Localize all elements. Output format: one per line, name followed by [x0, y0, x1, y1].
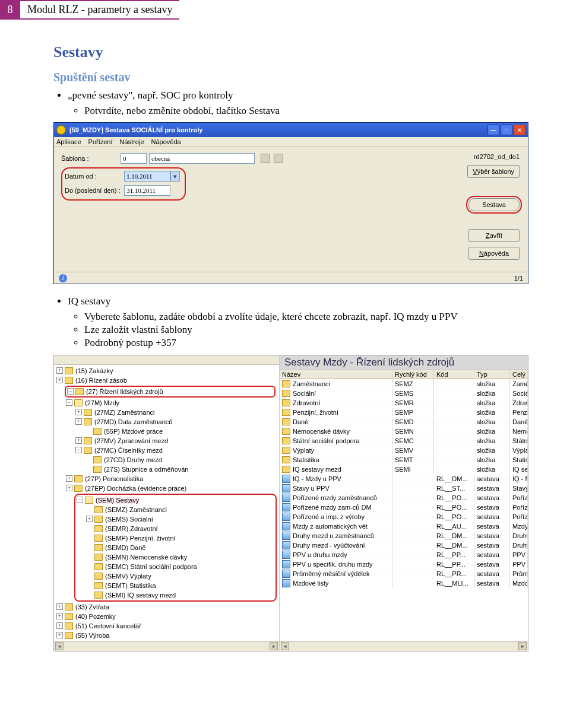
tree-item[interactable]: −(27) Řízení lidských zdrojů — [67, 387, 273, 396]
expand-icon[interactable]: + — [75, 409, 82, 415]
vyber-sablony-button[interactable]: Výběr šablony — [467, 165, 520, 178]
tree-item[interactable]: (SEMV) Výplaty — [86, 571, 274, 581]
tree-item[interactable]: +(27P) Personalistika — [66, 474, 279, 484]
list-row[interactable]: Pořízené a imp. z výrobyRL__PO...sestava… — [280, 512, 528, 522]
napoveda-button[interactable]: Nápověda — [468, 247, 520, 260]
tree-body[interactable]: +(15) Zakázky+(16) Řízení zásob−(27) Říz… — [54, 365, 279, 651]
input-sablona-name[interactable] — [149, 153, 255, 164]
info-icon[interactable]: i — [59, 274, 67, 282]
chevron-down-icon[interactable]: ▾ — [170, 171, 180, 182]
list-row[interactable]: ZdravotníSEMRsložkaZdravotní — [280, 398, 528, 408]
expand-icon[interactable]: + — [56, 613, 63, 619]
sestava-button[interactable]: Sestava — [468, 198, 520, 211]
list-row[interactable]: Průměrný měsíční výdělekRL__PR...sestava… — [280, 569, 528, 578]
list-row[interactable]: IQ sestavy mezdSEMIsložkaIQ sestavy mezd — [280, 465, 528, 474]
col-kod[interactable]: Kód — [434, 370, 474, 379]
menu-napoveda[interactable]: Nápověda — [151, 138, 181, 145]
list-row[interactable]: Mzdové listyRL__MLI...sestavaMzdové list… — [280, 578, 528, 588]
tree-scrollbar[interactable]: ◂ ▸ — [54, 641, 279, 651]
input-datum-do[interactable] — [124, 185, 170, 196]
list-row[interactable]: Pořízené mzdy zaměstnancůRL__PO...sestav… — [280, 493, 528, 503]
tree-item[interactable]: (SEMD) Daně — [86, 543, 274, 552]
close-button[interactable]: × — [514, 125, 525, 135]
list-row[interactable]: StatistikaSEMTsložkaStatistika — [280, 455, 528, 465]
tree-item[interactable]: +(27MD) Data zaměstnanců — [75, 417, 279, 427]
tree-item[interactable]: −(27M) Mzdy — [66, 398, 279, 408]
list-row[interactable]: Druhy mezd u zaměstnancůRL__DM...sestava… — [280, 531, 528, 541]
list-row[interactable]: IQ - Mzdy u PPVRL__DM...sestavaIQ - Mzdy… — [280, 474, 528, 484]
collapse-icon[interactable]: − — [75, 447, 82, 453]
tree-item[interactable]: −(SEM) Sestavy — [77, 495, 274, 505]
list-row[interactable]: SociálníSEMSsložkaSociální — [280, 389, 528, 398]
tree-item[interactable]: (SEMR) Zdravotní — [86, 524, 274, 533]
tree-item[interactable]: +(15) Zakázky — [56, 366, 279, 376]
list-row[interactable]: ZaměstnanciSEMZsložkaZaměstnanci — [280, 379, 528, 389]
tree-item[interactable]: (SEMZ) Zaměstnanci — [86, 505, 274, 514]
tree-item[interactable]: +(27MV) Zpracování mezd — [75, 436, 279, 446]
list-row[interactable]: Penzijní, životníSEMPsložkaPenzijní, živ… — [280, 408, 528, 417]
input-sablona-code[interactable] — [121, 153, 147, 164]
expand-icon[interactable]: + — [66, 485, 72, 491]
list-row[interactable]: Mzdy z automatických větRL__AU...sestava… — [280, 522, 528, 531]
expand-icon[interactable]: + — [56, 367, 63, 374]
titlebar[interactable]: [59_MZDY] Sestava SOCIÁLNÍ pro kontroly … — [54, 123, 528, 137]
tree-item[interactable]: (27S) Stupnice a odměňován — [85, 465, 279, 474]
list-row[interactable]: VýplatySEMVsložkaVýplaty — [280, 446, 528, 455]
tree-item[interactable]: +(16) Řízení zásob — [56, 376, 279, 385]
scroll-left-icon[interactable]: ◂ — [55, 642, 64, 650]
tree-item[interactable]: +(SEMS) Sociální — [86, 514, 274, 524]
tree-item[interactable]: +(55) Výroba — [56, 631, 279, 640]
tree-item[interactable]: (SEMT) Statistika — [86, 581, 274, 590]
col-typ[interactable]: Typ — [474, 370, 510, 379]
input-datum-od[interactable] — [124, 171, 170, 182]
list-scroll-left-icon[interactable]: ◂ — [281, 642, 289, 650]
list-scroll-right-icon[interactable]: ▸ — [518, 642, 527, 650]
expand-icon[interactable]: + — [56, 377, 63, 383]
expand-icon[interactable]: + — [66, 475, 72, 482]
collapse-icon[interactable]: − — [67, 388, 74, 395]
tree-item[interactable]: (55P) Mzdové práce — [85, 427, 279, 436]
minimize-button[interactable]: — — [487, 125, 499, 135]
tree-item[interactable]: (SEMN) Nemocenské dávky — [86, 552, 274, 562]
tree-item[interactable]: (27CD) Druhy mezd — [85, 455, 279, 465]
col-rychly-kod[interactable]: Rychlý kód — [392, 370, 434, 379]
tree-item[interactable]: +(40) Pozemky — [56, 612, 279, 621]
zavrit-button[interactable]: Zavřít — [468, 229, 520, 242]
list-row[interactable]: DaněSEMDsložkaDaně — [280, 417, 528, 427]
maximize-button[interactable]: □ — [501, 125, 512, 135]
tree-item[interactable]: +(51) Cestovní kancelář — [56, 621, 279, 631]
tree-item[interactable]: +(33) Zvířata — [56, 602, 279, 612]
list-row[interactable]: Druhy mezd - vyúčtováníRL__DM...sestavaD… — [280, 541, 528, 550]
open-icon[interactable] — [261, 154, 270, 163]
list-row[interactable]: Pořízené mzdy zam-ců DMRL__PO...sestavaP… — [280, 503, 528, 512]
expand-icon[interactable]: + — [75, 437, 82, 444]
tree-item[interactable]: −(27MC) Číselníky mezd — [75, 446, 279, 455]
tree-item[interactable]: (SEMC) Státní sociální podpora — [86, 562, 274, 571]
expand-icon[interactable]: + — [56, 622, 63, 629]
tree-item[interactable]: +(27MZ) Zaměstnanci — [75, 408, 279, 417]
row-cely-nazev: Zdravotní — [510, 399, 528, 407]
tree-item[interactable]: (SEMI) IQ sestavy mezd — [86, 590, 274, 600]
col-cely-nazev[interactable]: Celý název — [510, 370, 528, 379]
collapse-icon[interactable]: − — [66, 399, 72, 406]
col-nazev[interactable]: Název — [280, 370, 392, 379]
menu-porizeni[interactable]: Pořízení — [88, 138, 113, 145]
tree-item[interactable]: +(27EP) Docházka (evidence práce) — [66, 484, 279, 493]
list-row[interactable]: Stavy u PPVRL__ST...sestavaStavy u PPV — [280, 484, 528, 493]
expand-icon[interactable]: + — [56, 632, 63, 638]
list-row[interactable]: PPV u druhu mzdyRL__PP...sestavaPPV u dr… — [280, 550, 528, 559]
list-row[interactable]: Nemocenské dávkySEMNsložkaNemocenské dáv… — [280, 427, 528, 436]
list-row[interactable]: PPV u specifik. druhu mzdyRL__PP...sesta… — [280, 559, 528, 569]
scroll-right-icon[interactable]: ▸ — [270, 642, 278, 650]
expand-icon[interactable]: + — [56, 603, 63, 610]
folder-icon — [93, 466, 102, 473]
collapse-icon[interactable]: − — [77, 497, 83, 503]
tree-item[interactable]: (SEMP) Penzijní, životní — [86, 533, 274, 543]
menu-aplikace[interactable]: Aplikace — [56, 138, 81, 145]
save-icon[interactable] — [274, 154, 283, 163]
list-scrollbar[interactable]: ◂ ▸ — [280, 641, 528, 651]
list-row[interactable]: Státní sociální podporaSEMCsložkaStátní … — [280, 436, 528, 446]
expand-icon[interactable]: + — [86, 516, 93, 522]
expand-icon[interactable]: + — [75, 418, 82, 425]
menu-nastroje[interactable]: Nástroje — [120, 138, 144, 145]
